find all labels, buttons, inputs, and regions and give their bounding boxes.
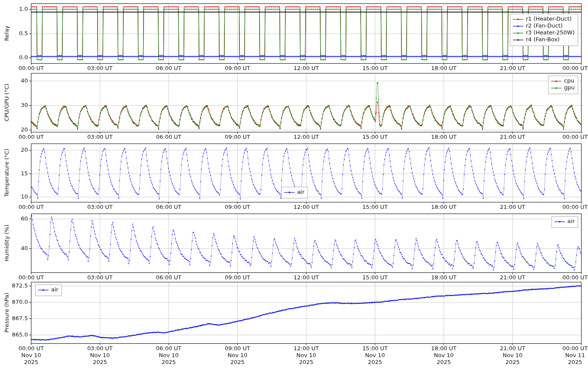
temperature-panel-chart	[0, 141, 588, 211]
sensor-dashboard-figure	[0, 0, 588, 370]
relay-panel-chart	[0, 0, 588, 70]
cpu-gpu-panel-chart	[0, 70, 588, 141]
pressure-panel-chart	[0, 280, 588, 370]
humidity-panel-chart	[0, 211, 588, 280]
